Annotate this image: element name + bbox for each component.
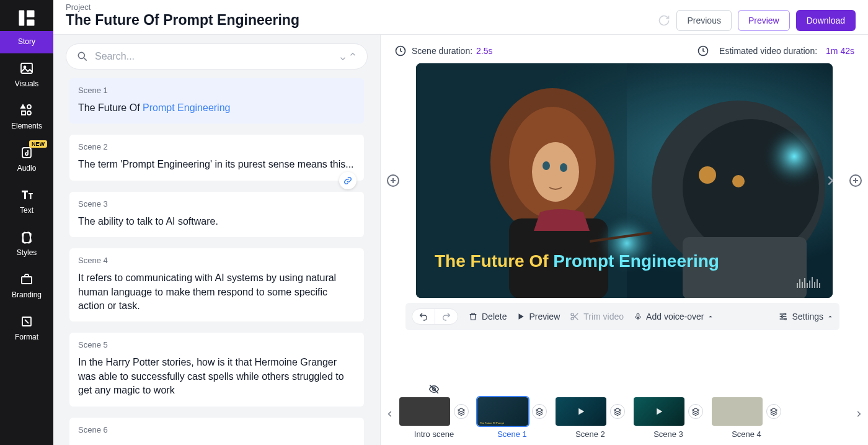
search-icon bbox=[76, 50, 89, 63]
scene-card[interactable]: Scene 3 The ability to talk to AI softwa… bbox=[69, 192, 364, 237]
scene-card[interactable]: Scene 2 The term 'Prompt Engineering' in… bbox=[69, 135, 364, 180]
sidebar-tab-story[interactable]: Story bbox=[0, 31, 53, 53]
scene-duration-value: 2.5s bbox=[476, 46, 492, 56]
scene-card[interactable]: Scene 1 The Future Of Prompt Engineering bbox=[69, 78, 364, 124]
preview-scene-button[interactable]: Preview bbox=[516, 312, 560, 321]
sidebar-tab-label: Elements bbox=[11, 122, 42, 130]
svg-point-39 bbox=[785, 318, 787, 320]
preview-button[interactable]: Preview bbox=[738, 10, 790, 31]
scene-name: Scene 2 bbox=[78, 142, 355, 151]
canvas-title: The Future Of Prompt Engineering bbox=[435, 249, 719, 273]
timeline-thumb[interactable] bbox=[634, 397, 684, 426]
sidebar-tab-label: Format bbox=[15, 333, 38, 341]
delete-button[interactable]: Delete bbox=[468, 312, 507, 321]
scene-card[interactable]: Scene 4 It refers to communicating with … bbox=[69, 248, 364, 321]
next-scene-arrow[interactable] bbox=[823, 174, 837, 187]
timeline-prev-button[interactable] bbox=[381, 397, 399, 418]
layers-button[interactable] bbox=[766, 404, 781, 419]
svg-point-38 bbox=[782, 316, 784, 318]
search-sort-icon[interactable] bbox=[339, 52, 357, 61]
layers-button[interactable] bbox=[454, 404, 469, 419]
undo-button[interactable] bbox=[412, 309, 435, 324]
image-icon bbox=[18, 60, 35, 77]
timeline-next-button[interactable] bbox=[849, 397, 868, 418]
sidebar-tab-elements[interactable]: Elements bbox=[0, 96, 53, 138]
scene-card[interactable]: Scene 5 In the Harry Potter stories, how… bbox=[69, 333, 364, 406]
scene-text: The Future Of Prompt Engineering bbox=[78, 101, 355, 115]
search-input[interactable] bbox=[89, 51, 339, 62]
scene-panel: Scene 1 The Future Of Prompt Engineering… bbox=[53, 35, 381, 445]
timeline-thumb[interactable] bbox=[712, 397, 763, 426]
timeline-item: Scene 2 bbox=[556, 397, 625, 439]
add-voiceover-button[interactable]: Add voice-over bbox=[634, 312, 714, 321]
settings-button[interactable]: Settings bbox=[778, 312, 833, 321]
search-bar[interactable] bbox=[66, 43, 368, 70]
sidebar-tab-styles[interactable]: Styles bbox=[0, 222, 53, 264]
link-scene-button[interactable] bbox=[339, 172, 356, 189]
svg-rect-0 bbox=[19, 11, 25, 26]
clock-icon bbox=[697, 45, 709, 57]
layers-button[interactable] bbox=[532, 404, 547, 419]
timeline-thumb-intro[interactable] bbox=[399, 397, 450, 426]
svg-rect-6 bbox=[22, 111, 25, 115]
download-button[interactable]: Download bbox=[796, 10, 856, 31]
sidebar: Story Visuals Elements NEW Audio Text St… bbox=[0, 0, 53, 445]
timeline-label: Scene 3 bbox=[653, 429, 683, 439]
timeline-item: Intro scene bbox=[399, 397, 469, 439]
sync-icon[interactable] bbox=[658, 14, 670, 27]
editor-panel: Scene duration: 2.5s Estimated video dur… bbox=[381, 35, 868, 445]
svg-rect-3 bbox=[21, 63, 32, 73]
sidebar-tab-format[interactable]: Format bbox=[0, 307, 53, 349]
sidebar-tab-label: Audio bbox=[17, 164, 37, 173]
canvas-area: The Future Of Prompt Engineering bbox=[381, 63, 868, 298]
text-icon bbox=[18, 186, 35, 204]
scene-duration-label: Scene duration: bbox=[412, 46, 472, 56]
svg-rect-11 bbox=[22, 277, 32, 284]
new-badge: NEW bbox=[29, 140, 47, 148]
briefcase-icon bbox=[18, 271, 35, 288]
scene-name: Scene 5 bbox=[78, 340, 355, 349]
sidebar-tab-branding[interactable]: Branding bbox=[0, 264, 53, 307]
video-duration-value: 1m 42s bbox=[826, 46, 854, 56]
svg-rect-2 bbox=[27, 20, 35, 26]
redo-button[interactable] bbox=[435, 309, 458, 324]
undo-redo-group bbox=[412, 308, 458, 325]
add-scene-after-button[interactable] bbox=[848, 173, 863, 188]
timeline-label: Scene 4 bbox=[732, 429, 761, 439]
scene-list[interactable]: Scene 1 The Future Of Prompt Engineering… bbox=[53, 78, 380, 445]
sidebar-tab-label: Styles bbox=[17, 248, 37, 257]
scene-text: In the Harry Potter stories, how is it t… bbox=[78, 356, 355, 397]
timeline-label: Scene 2 bbox=[575, 429, 605, 439]
scene-canvas[interactable]: The Future Of Prompt Engineering bbox=[416, 63, 833, 298]
previous-button[interactable]: Previous bbox=[676, 10, 731, 31]
sidebar-tab-label: Branding bbox=[12, 290, 42, 299]
sidebar-tab-text[interactable]: Text bbox=[0, 180, 53, 222]
sidebar-tab-label: Story bbox=[18, 37, 35, 46]
svg-point-23 bbox=[732, 175, 745, 187]
timeline-item: Scene 4 bbox=[712, 397, 781, 439]
scene-name: Scene 6 bbox=[78, 425, 355, 434]
app-logo-icon bbox=[17, 9, 36, 27]
editor-toolbar: Delete Preview Trim video Add voice-over… bbox=[405, 303, 839, 330]
timeline-thumb[interactable] bbox=[556, 397, 606, 426]
scene-card[interactable]: Scene 6 bbox=[69, 418, 364, 445]
svg-point-27 bbox=[532, 142, 579, 202]
layers-button[interactable] bbox=[688, 404, 703, 419]
sidebar-tab-audio[interactable]: NEW Audio bbox=[0, 138, 53, 180]
timeline: Intro scene The Future Of Prompt Scene 1… bbox=[381, 379, 868, 445]
timeline-label: Scene 1 bbox=[497, 429, 527, 439]
svg-point-22 bbox=[699, 166, 716, 184]
sidebar-tab-label: Text bbox=[20, 206, 33, 215]
svg-rect-36 bbox=[637, 313, 639, 318]
shapes-icon bbox=[18, 102, 35, 119]
timeline-thumb[interactable]: The Future Of Prompt bbox=[477, 397, 528, 426]
sidebar-tab-visuals[interactable]: Visuals bbox=[0, 53, 53, 96]
layers-button[interactable] bbox=[610, 404, 625, 419]
timeline-label: Intro scene bbox=[414, 429, 454, 439]
project-label: Project bbox=[66, 2, 299, 12]
scene-text: It refers to communicating with AI syste… bbox=[78, 271, 355, 313]
visibility-off-icon[interactable] bbox=[428, 384, 440, 395]
svg-point-37 bbox=[784, 313, 786, 315]
add-scene-before-button[interactable] bbox=[386, 173, 401, 188]
clock-icon bbox=[394, 45, 407, 57]
